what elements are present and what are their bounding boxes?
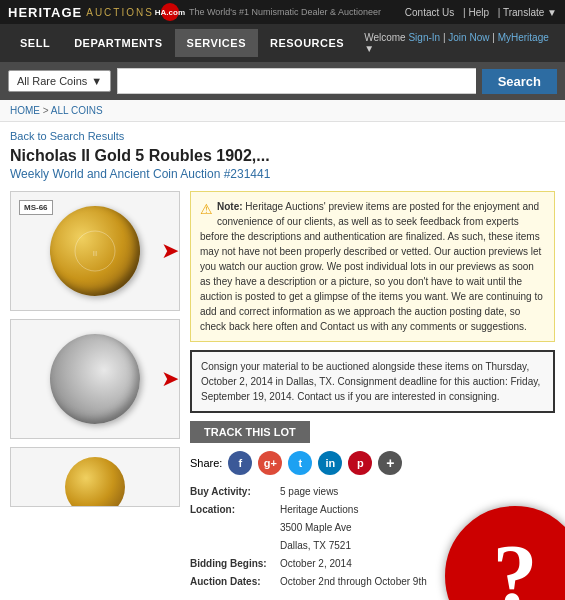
twitter-share-button[interactable]: t: [288, 451, 312, 475]
coin-grade-tag: MS-66: [19, 200, 53, 215]
welcome-text: Welcome: [364, 32, 406, 43]
activity-row: Buy Activity: 5 page views: [190, 483, 555, 501]
logo-area: HERITAGE AUCTIONS HA.com The World's #1 …: [8, 3, 381, 21]
location-label: Location:: [190, 501, 280, 555]
googleplus-share-button[interactable]: g+: [258, 451, 282, 475]
coin-detail-svg: II: [70, 226, 120, 276]
top-bar-links: Contact Us | Help | Translate ▼: [399, 7, 557, 18]
share-label: Share:: [190, 457, 222, 469]
coin-front-image: II: [50, 206, 140, 296]
more-share-button[interactable]: +: [378, 451, 402, 475]
coin-image-2[interactable]: ➤: [10, 319, 180, 439]
coin-partial-image: [65, 457, 125, 507]
note-box: ⚠ Note: Heritage Auctions' preview items…: [190, 191, 555, 342]
breadcrumb: HOME > ALL COINS: [0, 100, 565, 122]
search-button[interactable]: Search: [482, 69, 557, 94]
main-grid: MS-66 II ➤ ➤: [10, 191, 555, 600]
note-label: Note:: [217, 201, 243, 212]
activity-value: 5 page views: [280, 483, 338, 501]
nav-services[interactable]: SERVICES: [175, 29, 258, 57]
nav-sell[interactable]: SELL: [8, 29, 62, 57]
note-text: Heritage Auctions' preview items are pos…: [200, 201, 543, 332]
location-value: Heritage Auctions3500 Maple AveDallas, T…: [280, 501, 358, 555]
my-heritage-arrow: ▼: [364, 43, 374, 54]
search-bar: All Rare Coins ▼ Search: [0, 62, 565, 100]
consign-box: Consign your material to be auctioned al…: [190, 350, 555, 413]
breadcrumb-separator: >: [43, 105, 51, 116]
facebook-share-button[interactable]: f: [228, 451, 252, 475]
my-heritage-link[interactable]: MyHeritage: [498, 32, 549, 43]
nav-resources[interactable]: RESOURCES: [258, 29, 356, 57]
track-lot-button[interactable]: TRACK THIS LOT: [190, 421, 310, 443]
auction-link[interactable]: Weekly World and Ancient Coin Auction #2…: [10, 167, 270, 181]
back-to-results-link[interactable]: Back to Search Results: [10, 130, 555, 142]
main-content: Back to Search Results Nicholas II Gold …: [0, 122, 565, 600]
breadcrumb-section[interactable]: ALL COINS: [51, 105, 103, 116]
right-column: ⚠ Note: Heritage Auctions' preview items…: [190, 191, 555, 600]
nav-welcome: Welcome Sign-In | Join Now | MyHeritage …: [356, 24, 557, 62]
left-column: MS-66 II ➤ ➤: [10, 191, 180, 600]
consign-text: Consign your material to be auctioned al…: [201, 361, 540, 402]
top-bar: HERITAGE AUCTIONS HA.com The World's #1 …: [0, 0, 565, 24]
dropdown-arrow: ▼: [547, 7, 557, 18]
search-category-dropdown[interactable]: All Rare Coins ▼: [8, 70, 111, 92]
contact-us-link[interactable]: Contact Us: [405, 7, 454, 18]
breadcrumb-home[interactable]: HOME: [10, 105, 40, 116]
dropdown-chevron: ▼: [91, 75, 102, 87]
search-input[interactable]: [117, 68, 475, 94]
bidding-begins-value: October 2, 2014: [280, 555, 352, 573]
red-arrow-2: ➤: [161, 366, 179, 392]
coin-back-image: [50, 334, 140, 424]
search-category-label: All Rare Coins: [17, 75, 87, 87]
main-nav: SELL DEPARTMENTS SERVICES RESOURCES Welc…: [0, 24, 565, 62]
share-row: Share: f g+ t in p +: [190, 451, 555, 475]
help-link[interactable]: | Help: [463, 7, 489, 18]
translate-link[interactable]: | Translate: [498, 7, 545, 18]
bidding-begins-label: Bidding Begins:: [190, 555, 280, 573]
logo-heritage: HERITAGE: [8, 5, 82, 20]
ha-badge: HA.com: [161, 3, 179, 21]
pinterest-share-button[interactable]: p: [348, 451, 372, 475]
logo-auctions: AUCTIONS: [86, 7, 154, 18]
activity-label: Buy Activity:: [190, 483, 280, 501]
join-now-link[interactable]: Join Now: [448, 32, 489, 43]
coin-image-3[interactable]: [10, 447, 180, 507]
auction-dates-value: October 2nd through October 9th: [280, 573, 427, 591]
auction-dates-label: Auction Dates:: [190, 573, 280, 591]
sign-in-link[interactable]: Sign-In: [408, 32, 440, 43]
coin-image-1[interactable]: MS-66 II ➤: [10, 191, 180, 311]
nav-departments[interactable]: DEPARTMENTS: [62, 29, 174, 57]
page-title: Nicholas II Gold 5 Roubles 1902,...: [10, 147, 555, 165]
svg-text:II: II: [93, 249, 97, 258]
logo-tagline: The World's #1 Numismatic Dealer & Aucti…: [189, 7, 381, 17]
linkedin-share-button[interactable]: in: [318, 451, 342, 475]
warning-icon: ⚠: [200, 199, 213, 220]
red-arrow-1: ➤: [161, 238, 179, 264]
